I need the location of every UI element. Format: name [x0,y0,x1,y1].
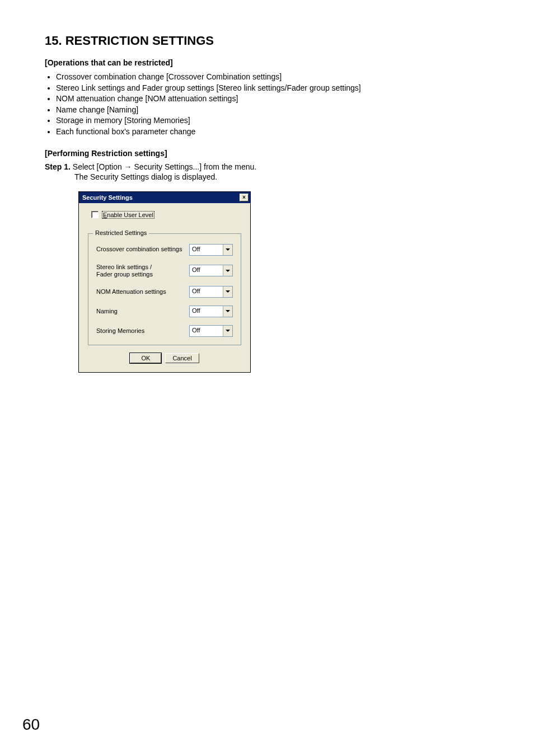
step-text: Select [Option → Security Settings...] f… [73,162,256,171]
operations-list: Crossover combination change [Crossover … [45,72,489,138]
dropdown-value: Off [190,326,223,336]
setting-label: NOM Attenuation settings [96,288,166,295]
naming-dropdown[interactable]: Off [189,306,233,317]
dialog-titlebar[interactable]: Security Settings × [79,192,250,203]
chevron-down-icon[interactable] [223,265,232,276]
nom-dropdown[interactable]: Off [189,286,233,298]
dropdown-value: Off [190,287,223,297]
step-label: Step 1. [45,162,71,171]
setting-label: Stereo link settings / Fader group setti… [96,264,153,278]
list-item: NOM attenuation change [NOM attenuation … [56,93,489,105]
enable-user-level-label[interactable]: Enable User Level [102,211,154,219]
chevron-down-icon[interactable] [223,306,232,317]
setting-label: Naming [96,308,118,315]
dropdown-value: Off [190,306,223,317]
section-performing-title: [Performing Restriction settings] [45,149,489,158]
ok-button[interactable]: OK [130,353,161,363]
list-item: Storage in memory [Storing Memories] [56,115,489,126]
security-settings-dialog: Security Settings × Enable User Level Re… [78,191,251,373]
close-icon[interactable]: × [240,194,249,201]
page-number: 60 [22,716,40,734]
setting-label: Storing Memories [96,327,144,335]
setting-row-crossover: Crossover combination settings Off [96,244,233,256]
list-item: Stereo Link settings and Fader group set… [56,83,489,94]
list-item: Each functional box's parameter change [56,126,489,138]
dialog-title: Security Settings [82,194,133,201]
dropdown-value: Off [190,265,223,276]
dropdown-value: Off [190,245,223,255]
setting-row-stereo-link: Stereo link settings / Fader group setti… [96,264,233,278]
step-1: Step 1. Select [Option → Security Settin… [45,162,489,171]
setting-row-storing-memories: Storing Memories Off [96,325,233,337]
list-item: Crossover combination change [Crossover … [56,72,489,83]
cancel-button[interactable]: Cancel [165,353,199,363]
page-title: 15. RESTRICTION SETTINGS [45,34,489,48]
crossover-dropdown[interactable]: Off [189,244,233,256]
section-operations-title: [Operations that can be restricted] [45,58,489,67]
enable-user-level-checkbox[interactable] [91,211,99,218]
restricted-settings-group: Restricted Settings Crossover combinatio… [88,233,241,345]
chevron-down-icon[interactable] [223,287,232,297]
chevron-down-icon[interactable] [223,326,232,336]
list-item: Name change [Naming] [56,105,489,116]
stereo-link-dropdown[interactable]: Off [189,265,233,276]
storing-memories-dropdown[interactable]: Off [189,325,233,337]
group-legend: Restricted Settings [93,229,149,236]
step-desc: The Security Settings dialog is displaye… [74,172,489,181]
setting-row-naming: Naming Off [96,306,233,317]
setting-label: Crossover combination settings [96,246,182,253]
setting-row-nom: NOM Attenuation settings Off [96,286,233,298]
chevron-down-icon[interactable] [223,245,232,255]
